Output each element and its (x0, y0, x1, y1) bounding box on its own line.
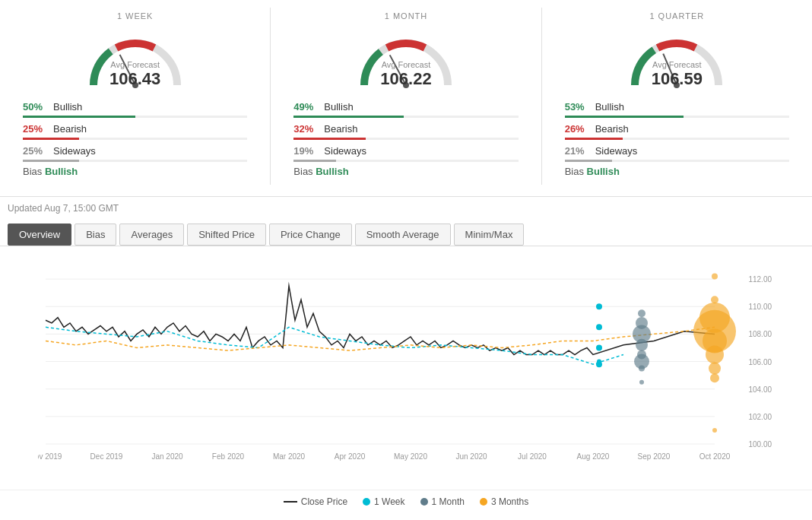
tab-overview[interactable]: Overview (8, 224, 71, 246)
gauge-value-1: 106.22 (380, 69, 431, 88)
updated-line: Updated Aug 7, 15:00 GMT (0, 197, 812, 220)
legend-label: Close Price (301, 496, 347, 507)
stat-sideways-1: 19% Sideways (293, 143, 518, 159)
gauge-label-1: Avg Forecast 106.22 (380, 60, 431, 89)
legend-item-1-week: 1 Week (363, 496, 404, 507)
gauge-container-0: Avg Forecast 106.43 (75, 24, 196, 93)
bar-bearish-0 (23, 138, 247, 140)
main-chart (38, 254, 776, 474)
stat-pct-bearish-2: 26% (565, 123, 595, 135)
gauge-avg-label-2: Avg Forecast (652, 60, 703, 69)
gauge-value-2: 106.59 (652, 69, 703, 88)
stat-bearish-2: 26% Bearish (565, 121, 789, 137)
top-section: 1 WEEK Avg Forecast 106.43 50% Bullish 2… (0, 0, 812, 197)
tab-smooth-average[interactable]: Smooth Average (355, 224, 451, 246)
legend-row: Close Price 1 Week 1 Month 3 Months (0, 490, 812, 513)
legend-item-close-price: Close Price (284, 496, 347, 507)
stat-pct-sideways-2: 21% (565, 145, 595, 157)
bar-sideways-0 (23, 160, 247, 162)
bar-sideways-1 (293, 160, 518, 162)
chart-area (0, 246, 812, 490)
bias-value-0: Bullish (45, 166, 78, 177)
bias-value-2: Bullish (587, 166, 620, 177)
stat-bearish-0: 25% Bearish (23, 121, 247, 137)
bias-row-1: Bias Bullish (293, 166, 518, 177)
stat-bullish-1: 49% Bullish (293, 99, 518, 115)
gauge-container-1: Avg Forecast 106.22 (345, 24, 467, 93)
legend-label: 3 Months (491, 496, 528, 507)
legend-dot (480, 498, 487, 506)
stat-pct-sideways-0: 25% (23, 145, 53, 157)
bar-bullish-1 (293, 116, 518, 118)
stat-pct-bearish-1: 32% (293, 123, 324, 135)
gauge-avg-label-0: Avg Forecast (109, 60, 160, 69)
stat-bullish-2: 53% Bullish (565, 99, 789, 115)
stat-bearish-1: 32% Bearish (293, 121, 518, 137)
tab-averages[interactable]: Averages (119, 224, 184, 246)
bias-row-2: Bias Bullish (565, 166, 789, 177)
legend-item-3-months: 3 Months (480, 496, 528, 507)
gauge-block-1: 1 MONTH Avg Forecast 106.22 49% Bullish … (271, 8, 541, 185)
legend-item-1-month: 1 Month (420, 496, 465, 507)
stat-pct-sideways-1: 19% (293, 145, 324, 157)
legend-dot (363, 498, 370, 506)
legend-dot (420, 498, 428, 506)
gauge-avg-label-1: Avg Forecast (380, 60, 431, 69)
bar-sideways-2 (565, 160, 789, 162)
legend-label: 1 Month (432, 496, 465, 507)
gauge-title-0: 1 WEEK (117, 11, 154, 21)
stat-pct-bullish-1: 49% (293, 101, 324, 113)
stats-table-1: 49% Bullish 32% Bearish 19% Sideways Bia… (286, 99, 525, 177)
tabs-row: OverviewBiasAveragesShifted PricePrice C… (0, 220, 812, 246)
bar-bearish-2 (565, 138, 789, 140)
tab-shifted-price[interactable]: Shifted Price (187, 224, 266, 246)
stat-pct-bearish-0: 25% (23, 123, 53, 135)
stat-sideways-0: 25% Sideways (23, 143, 247, 159)
stat-sideways-2: 21% Sideways (565, 143, 789, 159)
bias-row-0: Bias Bullish (23, 166, 247, 177)
gauge-title-2: 1 QUARTER (649, 11, 704, 21)
bias-value-1: Bullish (316, 166, 348, 177)
gauge-label-0: Avg Forecast 106.43 (109, 60, 160, 89)
gauge-block-2: 1 QUARTER Avg Forecast 106.59 53% Bullis… (542, 8, 812, 185)
tab-minim/max[interactable]: Minim/Max (454, 224, 525, 246)
stat-bullish-0: 50% Bullish (23, 99, 247, 115)
legend-line (284, 501, 297, 503)
legend-label: 1 Week (374, 496, 404, 507)
gauge-value-0: 106.43 (109, 69, 160, 88)
stats-table-2: 53% Bullish 26% Bearish 21% Sideways Bia… (557, 99, 797, 177)
gauge-title-1: 1 MONTH (385, 11, 428, 21)
gauge-label-2: Avg Forecast 106.59 (652, 60, 703, 89)
bar-bearish-1 (293, 138, 518, 140)
gauge-container-2: Avg Forecast 106.59 (616, 24, 737, 93)
tab-price-change[interactable]: Price Change (269, 224, 352, 246)
stats-table-0: 50% Bullish 25% Bearish 25% Sideways Bia… (15, 99, 255, 177)
gauge-block-0: 1 WEEK Avg Forecast 106.43 50% Bullish 2… (0, 8, 271, 185)
bar-bullish-2 (565, 116, 789, 118)
stat-pct-bullish-2: 53% (565, 101, 595, 113)
bar-bullish-0 (23, 116, 247, 118)
tab-bias[interactable]: Bias (75, 224, 116, 246)
stat-pct-bullish-0: 50% (23, 101, 53, 113)
